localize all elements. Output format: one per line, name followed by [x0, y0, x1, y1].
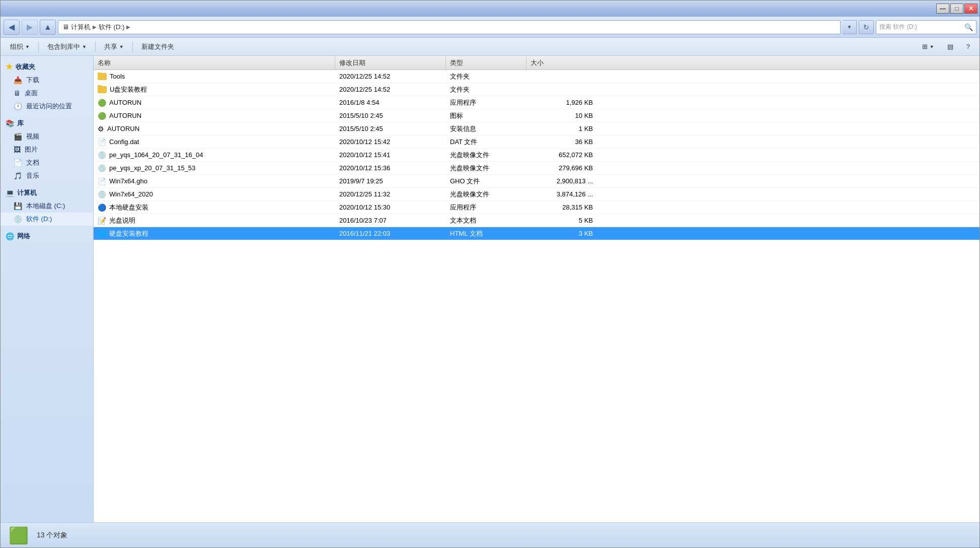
drive-c-label: 本地磁盘 (C:)	[26, 201, 65, 211]
refresh-button[interactable]: ↻	[859, 20, 874, 34]
file-name-9: Win7x64_2020	[109, 190, 153, 198]
sidebar-item-music[interactable]: 🎵 音乐	[1, 169, 93, 182]
file-name-2: AUTORUN	[109, 99, 141, 106]
table-row[interactable]: 🟢 AUTORUN 2016/1/8 4:54 应用程序 1,926 KB	[94, 96, 979, 109]
sidebar-item-recent[interactable]: 🕐 最近访问的位置	[1, 100, 93, 113]
recent-icon: 🕐	[14, 102, 22, 110]
file-cell-name-10: 🔵 本地硬盘安装	[94, 203, 335, 212]
col-header-name[interactable]: 名称	[94, 56, 335, 70]
file-cell-size-6: 652,072 KB	[526, 151, 597, 159]
file-cell-size-7: 279,696 KB	[526, 164, 597, 172]
file-name-0: Tools	[110, 73, 125, 80]
file-cell-name-0: Tools	[94, 73, 335, 80]
sidebar-item-drive-d[interactable]: 💿 软件 (D:)	[1, 213, 93, 226]
library-label: 库	[17, 119, 24, 128]
drive-d-icon: 💿	[14, 215, 22, 223]
address-dropdown-button[interactable]: ▼	[843, 20, 857, 34]
file-name-10: 本地硬盘安装	[109, 203, 148, 212]
table-row[interactable]: 🌐 硬盘安装教程 2016/11/21 22:03 HTML 文档 3 KB	[94, 227, 979, 240]
new-folder-label: 新建文件夹	[141, 42, 174, 51]
sidebar-item-downloads[interactable]: 📥 下载	[1, 74, 93, 87]
breadcrumb-separator: ▶	[93, 24, 97, 30]
table-row[interactable]: 🟢 AUTORUN 2015/5/10 2:45 图标 10 KB	[94, 109, 979, 122]
sidebar-header-library[interactable]: 📚 库	[1, 117, 93, 130]
sidebar-item-drive-c[interactable]: 💾 本地磁盘 (C:)	[1, 199, 93, 213]
file-cell-date-5: 2020/10/12 15:42	[335, 138, 446, 146]
views-dropdown-icon: ▼	[930, 44, 934, 49]
sidebar-header-favorites[interactable]: ★ 收藏夹	[1, 60, 93, 74]
sidebar-item-documents[interactable]: 📄 文档	[1, 156, 93, 169]
table-row[interactable]: ⚙ AUTORUN 2015/5/10 2:45 安装信息 1 KB	[94, 122, 979, 135]
up-button[interactable]: ▲	[40, 20, 56, 35]
file-cell-size-4: 1 KB	[526, 125, 597, 132]
table-row[interactable]: 💿 pe_yqs_xp_20_07_31_15_53 2020/10/12 15…	[94, 162, 979, 175]
col-header-date[interactable]: 修改日期	[335, 56, 446, 70]
network-icon: 🌐	[6, 232, 14, 240]
file-cell-name-4: ⚙ AUTORUN	[94, 125, 335, 133]
downloads-label: 下载	[26, 76, 39, 85]
file-cell-date-8: 2019/9/7 19:25	[335, 177, 446, 185]
documents-icon: 📄	[14, 159, 22, 167]
address-bar[interactable]: 🖥 计算机 ▶ 软件 (D:) ▶	[58, 20, 841, 34]
sidebar-header-computer[interactable]: 💻 计算机	[1, 186, 93, 199]
sidebar-item-video[interactable]: 🎬 视频	[1, 130, 93, 143]
sidebar-item-desktop[interactable]: 🖥 桌面	[1, 87, 93, 100]
file-cell-type-4: 安装信息	[446, 124, 526, 133]
computer-label: 计算机	[17, 188, 37, 197]
change-view-button[interactable]: ⊞ ▼	[917, 40, 940, 54]
table-row[interactable]: 📄 Config.dat 2020/10/12 15:42 DAT 文件 36 …	[94, 135, 979, 149]
sidebar: ★ 收藏夹 📥 下载 🖥 桌面 🕐 最近访问的位置	[1, 56, 94, 522]
sidebar-section-library: 📚 库 🎬 视频 🖼 图片 📄 文档 🎵 音乐	[1, 117, 93, 182]
file-name-8: Win7x64.gho	[109, 177, 147, 185]
file-cell-name-9: 💿 Win7x64_2020	[94, 190, 335, 198]
file-cell-type-7: 光盘映像文件	[446, 164, 526, 173]
col-header-type[interactable]: 类型	[446, 56, 526, 70]
include-library-button[interactable]: 包含到库中 ▼	[42, 40, 92, 54]
preview-icon: ▤	[947, 43, 953, 50]
file-cell-type-6: 光盘映像文件	[446, 151, 526, 160]
minimize-button[interactable]: —	[936, 4, 949, 14]
file-name-12: 硬盘安装教程	[109, 229, 148, 238]
table-row[interactable]: 🔵 本地硬盘安装 2020/10/12 15:30 应用程序 28,315 KB	[94, 201, 979, 214]
close-button[interactable]: ✕	[964, 4, 977, 14]
organize-button[interactable]: 组织 ▼	[5, 40, 35, 54]
sidebar-item-images[interactable]: 🖼 图片	[1, 143, 93, 156]
file-name-1: U盘安装教程	[110, 85, 147, 94]
breadcrumb-computer[interactable]: 计算机	[71, 23, 91, 32]
toolbar-divider-1	[38, 41, 39, 52]
back-button[interactable]: ◀	[4, 20, 20, 35]
file-name-5: Config.dat	[109, 138, 139, 146]
share-dropdown-icon: ▼	[119, 44, 124, 49]
share-label: 共享	[104, 42, 117, 51]
content-area: ★ 收藏夹 📥 下载 🖥 桌面 🕐 最近访问的位置	[1, 56, 979, 522]
file-cell-date-1: 2020/12/25 14:52	[335, 86, 446, 93]
file-name-6: pe_yqs_1064_20_07_31_16_04	[109, 151, 203, 159]
sidebar-header-network[interactable]: 🌐 网络	[1, 230, 93, 243]
file-cell-type-10: 应用程序	[446, 203, 526, 212]
table-row[interactable]: 💿 pe_yqs_1064_20_07_31_16_04 2020/10/12 …	[94, 149, 979, 162]
table-row[interactable]: 📝 光盘说明 2016/10/23 7:07 文本文档 5 KB	[94, 214, 979, 227]
forward-button[interactable]: ▶	[22, 20, 38, 35]
file-list-area: 名称 修改日期 类型 大小 Tools 2020/12/25 14:52 文件夹…	[94, 56, 979, 522]
desktop-icon: 🖥	[14, 89, 21, 97]
share-button[interactable]: 共享 ▼	[99, 40, 129, 54]
table-row[interactable]: Tools 2020/12/25 14:52 文件夹	[94, 70, 979, 83]
file-name-11: 光盘说明	[109, 216, 135, 225]
address-icon: 🖥	[62, 23, 69, 31]
table-row[interactable]: 💿 Win7x64_2020 2020/12/25 11:32 光盘映像文件 3…	[94, 188, 979, 201]
file-cell-date-12: 2016/11/21 22:03	[335, 230, 446, 237]
table-row[interactable]: U盘安装教程 2020/12/25 14:52 文件夹	[94, 83, 979, 96]
col-header-size[interactable]: 大小	[526, 56, 597, 70]
preview-pane-button[interactable]: ▤	[942, 40, 959, 54]
search-icon[interactable]: 🔍	[964, 23, 973, 31]
file-cell-name-2: 🟢 AUTORUN	[94, 99, 335, 107]
file-cell-size-12: 3 KB	[526, 230, 597, 237]
breadcrumb-drive[interactable]: 软件 (D:)	[99, 23, 124, 32]
maximize-button[interactable]: □	[950, 4, 963, 14]
file-name-4: AUTORUN	[107, 125, 139, 132]
table-row[interactable]: 📄 Win7x64.gho 2019/9/7 19:25 GHO 文件 2,90…	[94, 175, 979, 188]
images-label: 图片	[25, 145, 38, 154]
new-folder-button[interactable]: 新建文件夹	[136, 40, 180, 54]
help-button[interactable]: ?	[961, 40, 975, 54]
search-box[interactable]: 搜索 软件 (D:) 🔍	[876, 20, 976, 34]
